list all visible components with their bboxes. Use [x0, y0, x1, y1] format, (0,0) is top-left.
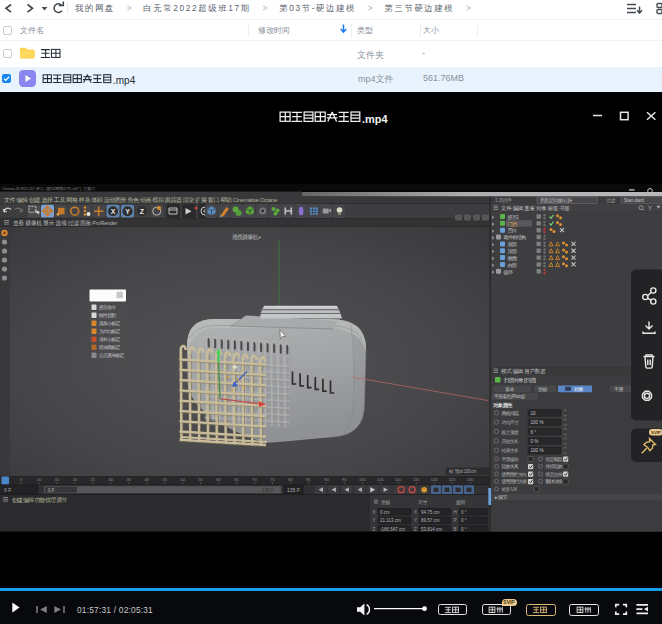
- svg-text:0 F: 0 F: [4, 487, 11, 493]
- svg-text:状态拉伸: 状态拉伸: [545, 472, 563, 477]
- svg-text:Y: Y: [373, 518, 376, 523]
- svg-text:扫描对象 [扫描]: 扫描对象 [扫描]: [503, 377, 537, 384]
- svg-text:01:57:31 / 02:05:31: 01:57:31 / 02:05:31: [77, 605, 153, 615]
- svg-text:100 %: 100 %: [531, 448, 544, 453]
- svg-text:6 °: 6 °: [531, 430, 537, 435]
- svg-text:65: 65: [234, 477, 239, 482]
- svg-text:21.113 cm: 21.113 cm: [380, 518, 401, 523]
- svg-text:40: 40: [144, 477, 149, 482]
- svg-text:95: 95: [342, 477, 347, 482]
- svg-text:.mp4: .mp4: [362, 113, 388, 125]
- svg-text:0 %: 0 %: [531, 439, 539, 444]
- svg-text:使用围栏方向: 使用围栏方向: [501, 471, 527, 478]
- svg-text:平滑着色(Phong): 平滑着色(Phong): [494, 393, 525, 400]
- svg-text:110: 110: [395, 477, 402, 482]
- svg-text:Z: Z: [414, 527, 417, 532]
- svg-text:保持轮廓: 保持轮廓: [545, 463, 563, 470]
- svg-text:130: 130: [467, 477, 474, 482]
- svg-text:平滑: 平滑: [614, 386, 623, 393]
- svg-text:B: B: [454, 527, 457, 532]
- svg-text:Z: Z: [140, 208, 145, 215]
- svg-text:50: 50: [180, 477, 185, 482]
- svg-text:H: H: [454, 510, 457, 515]
- svg-text:基本: 基本: [505, 386, 514, 392]
- svg-text:延伸两标记: 延伸两标记: [98, 344, 120, 351]
- svg-text:X: X: [373, 510, 376, 515]
- svg-text:平滑移动: 平滑移动: [502, 456, 519, 463]
- svg-text:100 %: 100 %: [531, 420, 544, 425]
- svg-text:对象: 对象: [574, 386, 583, 392]
- svg-text:0 F: 0 F: [48, 488, 55, 493]
- svg-text:填补小标记: 填补小标记: [98, 336, 120, 343]
- svg-text:X: X: [414, 510, 417, 515]
- svg-text:45: 45: [162, 477, 167, 482]
- svg-text:135 F: 135 F: [287, 487, 300, 493]
- svg-text:过滤: 过滤: [606, 197, 615, 204]
- svg-text:10: 10: [531, 411, 537, 416]
- svg-text:添加小标记: 添加小标记: [99, 320, 120, 327]
- svg-text:10: 10: [37, 477, 42, 482]
- svg-text:Y: Y: [125, 208, 130, 215]
- svg-text:开始生长: 开始生长: [502, 438, 520, 445]
- svg-text:85: 85: [306, 477, 311, 482]
- svg-text:89.57 cm: 89.57 cm: [421, 518, 440, 523]
- svg-text:均匀尺寸: 均匀尺寸: [502, 420, 520, 425]
- svg-text:创建 编辑 功能 纹理 调节: 创建 编辑 功能 纹理 调节: [12, 496, 68, 504]
- svg-text:Y: Y: [414, 518, 417, 523]
- svg-text:100: 100: [359, 477, 366, 482]
- svg-text:P: P: [454, 518, 457, 523]
- svg-text:30: 30: [109, 477, 114, 482]
- svg-text:文件 编辑 查看 对象 标签 书签: 文件 编辑 查看 对象 标签 书签: [501, 205, 571, 212]
- svg-text:125 F: 125 F: [262, 488, 274, 493]
- svg-text:120: 120: [431, 477, 438, 482]
- svg-text:尺寸: 尺寸: [418, 499, 427, 505]
- svg-text:0 cm: 0 cm: [380, 510, 390, 515]
- svg-text:▸ 细节: ▸ 细节: [495, 494, 507, 501]
- svg-text:70: 70: [252, 477, 257, 482]
- svg-text:坐标: 坐标: [538, 386, 547, 393]
- svg-text:挤压命令: 挤压命令: [99, 304, 116, 310]
- svg-text:工具挂件: 工具挂件: [494, 197, 512, 203]
- svg-text:105: 105: [377, 477, 384, 482]
- svg-text:0 °: 0 °: [461, 510, 467, 515]
- svg-text:模式 编辑 用户数据: 模式 编辑 用户数据: [501, 368, 546, 375]
- svg-text:80: 80: [288, 477, 293, 482]
- svg-text:0 °: 0 °: [461, 527, 467, 532]
- svg-text:0 °: 0 °: [461, 518, 467, 523]
- svg-text:115: 115: [413, 477, 420, 482]
- svg-text:旋转: 旋转: [455, 499, 465, 506]
- svg-text:循环: 循环: [503, 269, 513, 276]
- svg-text:35: 35: [127, 477, 132, 482]
- svg-text:透视摄像机 ▾: 透视摄像机 ▾: [232, 233, 261, 241]
- svg-text:查看 摄像机 显示 选项 过滤 面板 ProRender: 查看 摄像机 显示 选项 过滤 面板 ProRender: [13, 219, 118, 227]
- svg-text:Stan.dard: Stan.dard: [624, 198, 644, 203]
- svg-text:Z: Z: [373, 527, 376, 532]
- svg-text:轮廓失真: 轮廓失真: [502, 463, 519, 470]
- svg-text:125: 125: [449, 477, 456, 482]
- svg-text:坐标: 坐标: [381, 499, 390, 506]
- svg-text:翻转法线: 翻转法线: [546, 478, 563, 484]
- svg-text:90: 90: [324, 477, 329, 482]
- svg-text:-166.547 cm: -166.547 cm: [380, 527, 405, 532]
- svg-text:20: 20: [73, 477, 78, 482]
- svg-text:SVIP: SVIP: [651, 430, 661, 435]
- svg-text:60: 60: [216, 477, 221, 482]
- svg-text:25: 25: [91, 477, 96, 482]
- svg-text:.mp4: .mp4: [113, 75, 136, 86]
- svg-text:15: 15: [55, 477, 60, 482]
- svg-text:X: X: [111, 208, 116, 215]
- svg-text:矩形 UV: 矩形 UV: [502, 487, 518, 492]
- svg-text:公正两块标记: 公正两块标记: [99, 352, 124, 359]
- svg-text:94.75 cm: 94.75 cm: [421, 510, 440, 515]
- svg-text:75: 75: [270, 477, 275, 482]
- svg-text:恒定截面: 恒定截面: [545, 456, 563, 463]
- svg-text:界面 [启动(默认)] ▾: 界面 [启动(默认)] ▾: [540, 197, 573, 204]
- svg-text:线性切割: 线性切割: [98, 312, 116, 319]
- svg-text:文件 编辑 创建 选择 工具 网格 样条 体积 运动图形 角: 文件 编辑 创建 选择 工具 网格 样条 体积 运动图形 角色 动画 模拟 跟踪…: [4, 196, 278, 204]
- svg-text:对象属性: 对象属性: [492, 402, 513, 409]
- svg-text:55: 55: [198, 477, 203, 482]
- svg-text:53.814 cm: 53.814 cm: [421, 527, 442, 532]
